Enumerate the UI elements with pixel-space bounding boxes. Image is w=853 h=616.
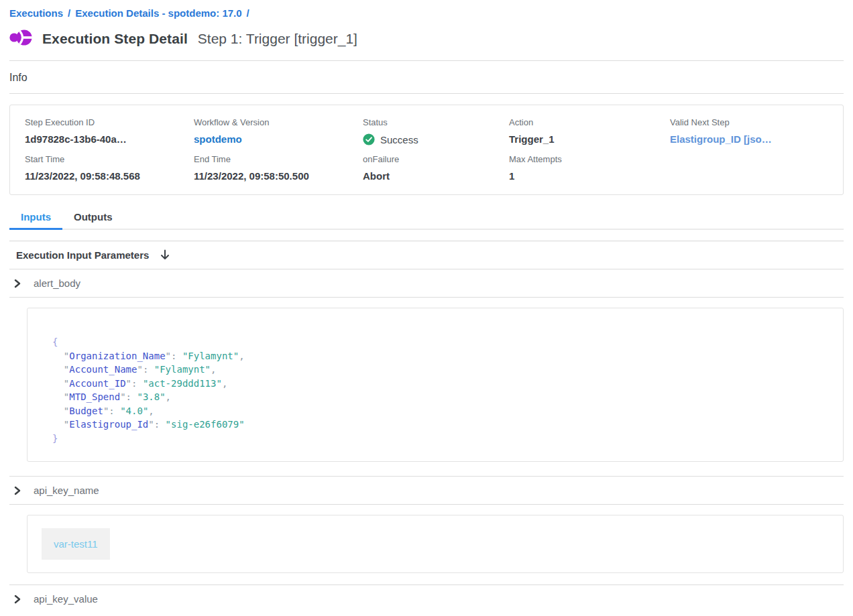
json-quote: " [120,391,125,402]
arrow-down-icon[interactable] [160,249,170,261]
divider [9,504,844,505]
field-value: 1d97828c-13b6-40a… [25,133,194,145]
json-open-brace: { [52,336,58,347]
json-code: { "Organization_Name": "Fylamynt", "Acco… [52,335,830,445]
next-step-link[interactable]: Elastigroup_ID [jso… [670,133,828,145]
check-circle-icon [363,133,375,145]
field-on-failure: onFailure Abort [363,154,509,182]
fylamynt-logo-icon [9,27,34,50]
field-value: 11/23/2022, 09:58:48.568 [25,170,194,182]
field-value: 11/23/2022, 09:58:50.500 [194,170,363,182]
breadcrumb-separator: / [68,7,70,19]
json-key: Account_Name [69,364,137,375]
json-string-value: "sig-e26f6079" [166,419,245,430]
json-string-value: "Fylamynt" [154,364,211,375]
field-label: Start Time [25,154,194,164]
divider [9,93,844,94]
section-label: alert_body [34,278,80,289]
field-label: Max Attempts [509,154,670,164]
field-label: Status [363,117,509,127]
json-string-value: "Fylamynt" [182,351,239,361]
page-title: Execution Step Detail [42,31,188,47]
section-alert-body[interactable]: alert_body [9,269,844,297]
json-colon: : [143,364,154,375]
json-key: Organization_Name [69,351,165,361]
json-key: Elastigroup_Id [69,419,148,430]
chevron-right-icon [13,486,21,495]
alert-body-json-viewer: { "Organization_Name": "Fylamynt", "Acco… [27,308,844,462]
json-comma: , [222,378,227,389]
info-section-heading: Info [9,61,844,93]
page-subtitle: Step 1: Trigger [trigger_1] [198,31,357,47]
json-key: Account_ID [69,378,125,389]
field-label: Valid Next Step [670,117,828,127]
field-action: Action Trigger_1 [509,117,670,145]
json-key: MTD_Spend [69,391,120,402]
field-label: Workflow & Version [194,117,363,127]
chevron-right-icon [13,279,21,288]
json-colon: : [126,391,137,402]
json-quote: " [166,351,171,361]
json-comma: , [211,364,216,375]
field-label: End Time [194,154,363,164]
json-key: Budget [69,406,103,416]
json-quote: " [137,364,142,375]
section-label: api_key_name [34,485,99,496]
json-comma: , [148,406,154,416]
breadcrumb-separator: / [247,7,249,19]
json-quote: " [148,419,154,430]
json-quote: " [126,378,131,389]
section-label: api_key_value [34,593,98,605]
section-api-key-value[interactable]: api_key_value [9,585,844,613]
section-api-key-name[interactable]: api_key_name [9,477,844,504]
divider [9,297,844,298]
tab-outputs[interactable]: Outputs [62,207,124,229]
json-string-value: "act-29ddd113" [143,378,222,389]
field-value: Abort [363,170,509,182]
json-comma: , [239,351,244,361]
breadcrumb: Executions/Execution Details - spotdemo:… [0,0,853,19]
execution-input-parameters-header: Execution Input Parameters [9,241,844,269]
api-key-name-value: var-test11 [42,528,110,560]
field-valid-next-step: Valid Next Step Elastigroup_ID [jso… [670,117,828,145]
json-colon: : [171,351,182,361]
status-badge: Success [363,133,509,145]
field-label: onFailure [363,154,509,164]
api-key-name-value-box: var-test11 [27,515,844,573]
field-start-time: Start Time 11/23/2022, 09:58:48.568 [25,154,194,182]
chevron-right-icon [13,595,21,604]
json-string-value: "4.0" [120,406,148,416]
field-end-time: End Time 11/23/2022, 09:58:50.500 [194,154,363,182]
breadcrumb-execution-details[interactable]: Execution Details - spotdemo: 17.0 [75,7,241,19]
field-label: Action [509,117,670,127]
status-text: Success [380,134,418,145]
tab-inputs[interactable]: Inputs [9,207,62,229]
field-status: Status Success [363,117,509,145]
json-string-value: "3.8" [137,391,165,402]
json-colon: : [109,406,120,416]
field-step-execution-id: Step Execution ID 1d97828c-13b6-40a… [25,117,194,145]
json-close-brace: } [52,433,58,444]
json-colon: : [131,378,143,389]
workflow-link[interactable]: spotdemo [194,133,363,145]
json-comma: , [166,391,171,402]
json-colon: : [154,419,166,430]
execution-input-parameters-label: Execution Input Parameters [16,249,149,261]
field-value: Trigger_1 [509,133,670,145]
breadcrumb-executions[interactable]: Executions [9,7,63,19]
info-card: Step Execution ID 1d97828c-13b6-40a… Wor… [9,105,844,195]
field-value: 1 [509,170,670,182]
page-header: Execution Step Detail Step 1: Trigger [t… [9,27,844,50]
field-max-attempts: Max Attempts 1 [509,154,670,182]
field-label: Step Execution ID [25,117,194,127]
field-workflow-version: Workflow & Version spotdemo [194,117,363,145]
tab-bar: Inputs Outputs [9,207,844,230]
